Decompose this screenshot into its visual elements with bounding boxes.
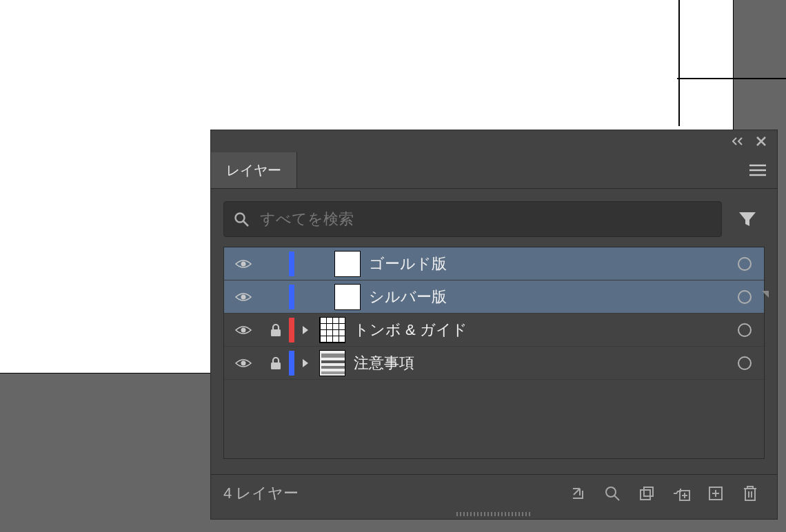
layer-name-label[interactable]: シルバー版 [369,287,725,307]
panel-titlebar [211,130,777,152]
search-box [223,201,722,237]
crop-mark-vertical [678,0,680,126]
svg-point-4 [241,327,246,332]
layers-list: ゴールド版シルバー版トンボ & ガイド注意事項 [223,247,765,459]
panel-collapse-icon[interactable] [732,135,744,147]
selection-indicator-caret [762,291,769,298]
svg-rect-7 [271,362,281,369]
expand-toggle[interactable] [294,247,316,280]
search-row [211,189,777,247]
search-input[interactable] [259,209,712,229]
layer-color-strip [289,285,294,309]
export-button[interactable] [563,479,592,508]
layer-name-label[interactable]: 注意事項 [354,353,725,374]
panel-footer: 4 レイヤー [211,474,777,512]
lock-toggle[interactable] [263,247,289,280]
expand-toggle[interactable] [294,280,316,313]
expand-toggle[interactable] [294,314,316,346]
layer-row[interactable]: 注意事項 [224,347,764,380]
visibility-toggle[interactable] [224,347,263,379]
target-layer-button[interactable] [725,280,764,313]
svg-line-9 [614,495,619,500]
svg-line-1 [243,221,248,226]
layer-row[interactable]: ゴールド版 [224,247,764,280]
svg-point-3 [241,294,246,299]
new-layer-button[interactable] [701,479,730,508]
lock-toggle[interactable] [263,280,289,313]
layer-thumbnail[interactable] [319,350,345,376]
expand-toggle[interactable] [294,347,316,379]
visibility-toggle[interactable] [224,280,263,313]
target-layer-button[interactable] [725,347,764,379]
svg-rect-5 [271,329,281,336]
panel-resize-grip[interactable] [211,512,777,519]
svg-rect-10 [641,490,650,500]
filter-button[interactable] [730,202,765,236]
new-sublayer-button[interactable] [667,479,696,508]
tab-layers[interactable]: レイヤー [211,152,297,188]
target-layer-button[interactable] [725,247,764,280]
tab-label: レイヤー [226,161,281,180]
visibility-toggle[interactable] [224,314,263,346]
layer-name-label[interactable]: ゴールド版 [369,254,725,274]
layer-color-strip [289,252,294,276]
svg-rect-11 [644,487,653,496]
layer-thumbnail[interactable] [319,317,345,343]
panel-menu-button[interactable] [738,152,777,188]
svg-point-6 [241,360,246,365]
lock-toggle[interactable] [263,314,289,346]
layer-row[interactable]: トンボ & ガイド [224,314,764,347]
visibility-toggle[interactable] [224,247,263,280]
lock-toggle[interactable] [263,347,289,379]
layer-thumbnail[interactable] [334,284,361,310]
svg-point-8 [606,487,616,497]
search-icon [234,212,249,227]
layers-panel: レイヤー ゴールド版シルバー版トンボ & ガイド注意事項 4 レイヤー [211,130,777,519]
crop-mark-horizontal [677,78,786,79]
panel-tabbar: レイヤー [211,152,777,189]
layer-count-status: 4 レイヤー [223,483,558,504]
svg-point-0 [236,214,245,223]
delete-layer-button[interactable] [736,479,765,508]
clipping-mask-button[interactable] [632,479,661,508]
layer-name-label[interactable]: トンボ & ガイド [354,320,725,340]
layers-list-container: ゴールド版シルバー版トンボ & ガイド注意事項 [211,247,777,474]
layer-row[interactable]: シルバー版 [224,280,764,314]
panel-close-icon[interactable] [755,135,767,147]
layer-color-strip [289,318,294,342]
target-layer-button[interactable] [725,314,764,346]
layer-color-strip [289,351,294,376]
layer-thumbnail[interactable] [334,251,361,277]
svg-point-2 [241,261,246,266]
locate-object-button[interactable] [598,479,627,508]
